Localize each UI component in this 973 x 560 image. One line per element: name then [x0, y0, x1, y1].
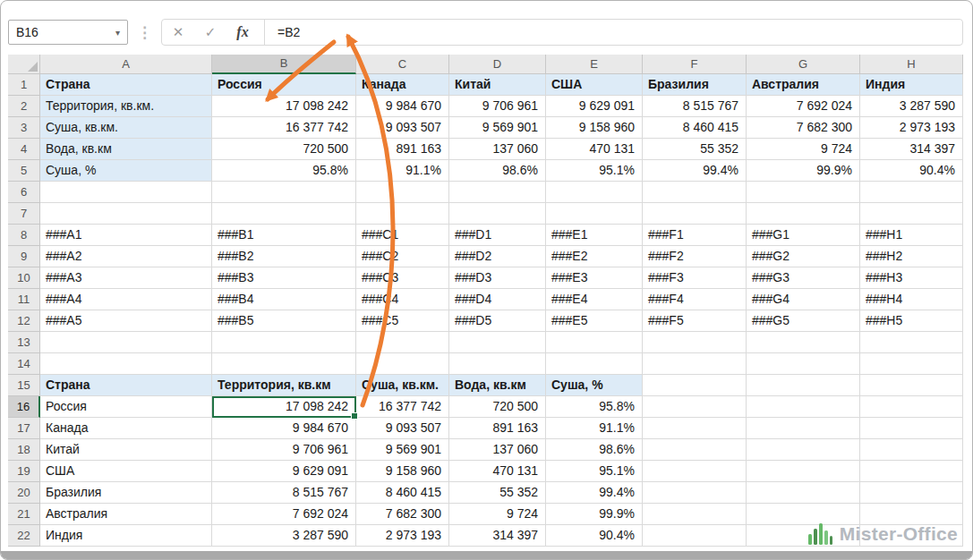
- cell-H7[interactable]: [860, 203, 963, 225]
- cell-G1[interactable]: Австралия: [747, 74, 860, 96]
- cell-A1[interactable]: Страна: [40, 74, 212, 96]
- cell-B10[interactable]: ###B3: [212, 267, 356, 289]
- cell-F16[interactable]: [643, 396, 747, 418]
- name-box-dropdown-icon[interactable]: ▾: [115, 28, 120, 38]
- cell-F7[interactable]: [643, 203, 747, 225]
- cell-B1[interactable]: Россия: [212, 74, 356, 96]
- cell-D6[interactable]: [449, 182, 546, 203]
- row-header-22[interactable]: 22: [8, 525, 40, 547]
- cell-A4[interactable]: Вода, кв.км: [40, 139, 212, 160]
- cell-C8[interactable]: ###C1: [356, 225, 449, 246]
- name-box[interactable]: B16 ▾: [8, 20, 128, 45]
- column-header-F[interactable]: F: [643, 55, 747, 74]
- cell-C3[interactable]: 9 093 507: [356, 117, 449, 139]
- cell-C22[interactable]: 2 973 193: [356, 525, 449, 547]
- cell-B18[interactable]: 9 706 961: [212, 439, 356, 461]
- insert-function-icon[interactable]: fx: [226, 24, 259, 40]
- column-header-B[interactable]: B: [212, 55, 356, 74]
- cell-D3[interactable]: 9 569 901: [449, 117, 546, 139]
- cell-A5[interactable]: Суша, %: [40, 160, 212, 182]
- cell-A21[interactable]: Австралия: [40, 504, 212, 525]
- cell-D22[interactable]: 314 397: [449, 525, 546, 547]
- row-header-15[interactable]: 15: [8, 375, 40, 396]
- cell-G14[interactable]: [747, 353, 860, 375]
- column-header-H[interactable]: H: [860, 55, 963, 74]
- row-header-11[interactable]: 11: [8, 289, 40, 310]
- cell-G10[interactable]: ###G3: [747, 267, 860, 289]
- cell-F22[interactable]: [643, 525, 747, 547]
- cell-H17[interactable]: [860, 418, 963, 439]
- row-header-14[interactable]: 14: [8, 353, 40, 375]
- row-header-19[interactable]: 19: [8, 461, 40, 482]
- row-header-10[interactable]: 10: [8, 267, 40, 289]
- cell-H8[interactable]: ###H1: [860, 225, 963, 246]
- cell-F19[interactable]: [643, 461, 747, 482]
- row-header-17[interactable]: 17: [8, 418, 40, 439]
- column-header-A[interactable]: A: [40, 55, 212, 74]
- cell-E17[interactable]: 91.1%: [546, 418, 643, 439]
- cell-A8[interactable]: ###A1: [40, 225, 212, 246]
- cell-E21[interactable]: 99.9%: [546, 504, 643, 525]
- cell-D21[interactable]: 9 724: [449, 504, 546, 525]
- cell-A14[interactable]: [40, 353, 212, 375]
- cell-F3[interactable]: 8 460 415: [643, 117, 747, 139]
- cell-F9[interactable]: ###F2: [643, 246, 747, 267]
- cell-H11[interactable]: ###H4: [860, 289, 963, 310]
- cell-G4[interactable]: 9 724: [747, 139, 860, 160]
- column-header-C[interactable]: C: [356, 55, 449, 74]
- cell-G8[interactable]: ###G1: [747, 225, 860, 246]
- row-header-3[interactable]: 3: [8, 117, 40, 139]
- cell-G18[interactable]: [747, 439, 860, 461]
- cell-D17[interactable]: 891 163: [449, 418, 546, 439]
- cell-G15[interactable]: [747, 375, 860, 396]
- cell-H10[interactable]: ###H3: [860, 267, 963, 289]
- cell-A16[interactable]: Россия: [40, 396, 212, 418]
- cell-E2[interactable]: 9 629 091: [546, 96, 643, 117]
- cell-D14[interactable]: [449, 353, 546, 375]
- cell-H18[interactable]: [860, 439, 963, 461]
- cell-D11[interactable]: ###D4: [449, 289, 546, 310]
- cell-H5[interactable]: 90.4%: [860, 160, 963, 182]
- row-header-8[interactable]: 8: [8, 225, 40, 246]
- cell-E5[interactable]: 95.1%: [546, 160, 643, 182]
- cell-F10[interactable]: ###F3: [643, 267, 747, 289]
- cell-B9[interactable]: ###B2: [212, 246, 356, 267]
- cell-C13[interactable]: [356, 332, 449, 353]
- cell-E8[interactable]: ###E1: [546, 225, 643, 246]
- cell-C12[interactable]: ###C5: [356, 310, 449, 332]
- cancel-icon[interactable]: ✕: [162, 24, 194, 40]
- row-header-9[interactable]: 9: [8, 246, 40, 267]
- cell-C11[interactable]: ###C4: [356, 289, 449, 310]
- row-header-4[interactable]: 4: [8, 139, 40, 160]
- cell-D13[interactable]: [449, 332, 546, 353]
- cell-G6[interactable]: [747, 182, 860, 203]
- cell-E10[interactable]: ###E3: [546, 267, 643, 289]
- cell-E6[interactable]: [546, 182, 643, 203]
- cell-E3[interactable]: 9 158 960: [546, 117, 643, 139]
- cell-E7[interactable]: [546, 203, 643, 225]
- cell-A22[interactable]: Индия: [40, 525, 212, 547]
- cell-D9[interactable]: ###D2: [449, 246, 546, 267]
- cell-C10[interactable]: ###C3: [356, 267, 449, 289]
- cell-A11[interactable]: ###A4: [40, 289, 212, 310]
- cell-C18[interactable]: 9 569 901: [356, 439, 449, 461]
- cell-C5[interactable]: 91.1%: [356, 160, 449, 182]
- cell-C1[interactable]: Канада: [356, 74, 449, 96]
- cell-D15[interactable]: Вода, кв.км: [449, 375, 546, 396]
- select-all-corner[interactable]: [8, 55, 40, 74]
- cell-H3[interactable]: 2 973 193: [860, 117, 963, 139]
- cell-D18[interactable]: 137 060: [449, 439, 546, 461]
- cell-B21[interactable]: 7 692 024: [212, 504, 356, 525]
- cell-G3[interactable]: 7 682 300: [747, 117, 860, 139]
- cell-B11[interactable]: ###B4: [212, 289, 356, 310]
- cell-G5[interactable]: 99.9%: [747, 160, 860, 182]
- cell-E4[interactable]: 470 131: [546, 139, 643, 160]
- cell-H13[interactable]: [860, 332, 963, 353]
- cell-G13[interactable]: [747, 332, 860, 353]
- cell-F2[interactable]: 8 515 767: [643, 96, 747, 117]
- cell-C14[interactable]: [356, 353, 449, 375]
- cell-B14[interactable]: [212, 353, 356, 375]
- cell-C16[interactable]: 16 377 742: [356, 396, 449, 418]
- cell-A17[interactable]: Канада: [40, 418, 212, 439]
- cell-B22[interactable]: 3 287 590: [212, 525, 356, 547]
